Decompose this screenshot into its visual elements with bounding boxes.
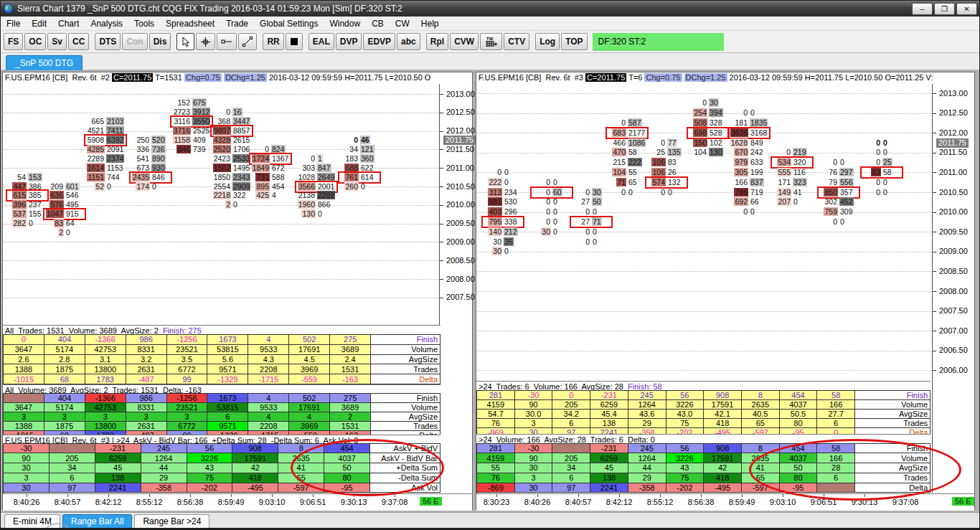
- menu-item-tools[interactable]: Tools: [128, 17, 160, 30]
- footprint-cell: 2750: [571, 197, 611, 207]
- app-icon: [4, 4, 14, 14]
- ask-volume: 0: [839, 158, 859, 167]
- toolbar-button-dvp[interactable]: DVP: [336, 33, 362, 50]
- minimize-button[interactable]: –: [912, 3, 933, 15]
- footprint-cell: 2771: [571, 217, 611, 227]
- footprint-chart[interactable]: 5415344738661538539623753715528202096016…: [4, 84, 438, 324]
- menu-item-cw[interactable]: CW: [390, 17, 415, 30]
- toolbar-button-con[interactable]: Con: [122, 33, 147, 50]
- footprint-cell: 300: [483, 247, 523, 256]
- table-cell: 3: [515, 473, 553, 483]
- table-cell: 5174: [44, 403, 85, 412]
- chartbook-tab-range-bar-24[interactable]: Range Bar >24: [134, 514, 209, 528]
- ask-volume: 0: [882, 188, 902, 197]
- menu-item-global-settings[interactable]: Global Settings: [254, 17, 324, 30]
- chartbook-tab-range-bar-all[interactable]: Range Bar All: [62, 514, 132, 528]
- table-cell: 42.1: [704, 410, 742, 419]
- footprint-cell: 2820: [7, 219, 47, 228]
- table-cell: 1264: [141, 453, 187, 463]
- chart-tab[interactable]: _SnP 500 DTG: [6, 55, 83, 70]
- table-cell: 166: [817, 400, 855, 410]
- bid-volume: 698: [688, 128, 707, 138]
- menu-item-help[interactable]: Help: [415, 17, 445, 30]
- bid-volume: 368: [212, 117, 231, 126]
- footprint-cell: 98078857: [212, 126, 252, 136]
- menu-item-analysis[interactable]: Analysis: [85, 17, 128, 30]
- time-tick: [701, 494, 702, 497]
- toolbar-button-oc[interactable]: OC: [24, 33, 46, 50]
- time-axis-label: 9:37:08: [382, 498, 408, 506]
- bid-volume: 636: [44, 191, 64, 200]
- price-axis[interactable]: 2013.002012.502012.002011.502011.002010.…: [440, 84, 473, 493]
- toolbar-button-edvp[interactable]: EDVP: [363, 33, 395, 50]
- menu-item-chart[interactable]: Chart: [52, 17, 85, 30]
- footprint-cell: 10626: [646, 168, 687, 177]
- menu-item-file[interactable]: File: [1, 17, 26, 30]
- time-axis-label: 8:40:26: [14, 498, 40, 506]
- table-cell: -202: [187, 483, 233, 493]
- toolbar-button-abc[interactable]: abc: [397, 33, 420, 50]
- toolbar-button-dts[interactable]: DTS: [95, 33, 121, 50]
- menu-item-edit[interactable]: Edit: [26, 17, 52, 30]
- table-cell: 30: [515, 483, 553, 493]
- horizontal-line-icon[interactable]: [217, 33, 237, 50]
- toolbar-button-rr[interactable]: RR: [263, 33, 283, 50]
- footprint-cell: 016: [212, 108, 252, 117]
- close-button[interactable]: ✕: [956, 3, 977, 15]
- toolbar-button-rpl[interactable]: Rpl: [426, 33, 448, 50]
- time-axis[interactable]: 8:40:268:40:578:42:128:55:128:56:388:59:…: [3, 493, 472, 511]
- table-title: All Trades: 1531 Volume: 3689 AvgSize: 2…: [3, 325, 440, 334]
- last-price-axis-highlight: 2011.75: [443, 136, 476, 145]
- price-axis-label: 2007.50: [446, 293, 475, 302]
- table-cell: 68: [44, 374, 85, 384]
- bid-volume: 731: [250, 173, 270, 182]
- footprint-cell: 688622: [339, 164, 380, 173]
- toolbar-button-sv[interactable]: Sv: [47, 33, 67, 50]
- crosshair-icon[interactable]: [196, 33, 215, 50]
- toolbar-button-cvw[interactable]: CVW: [450, 33, 479, 50]
- table-title: >24 Trades: 6 Volume: 166 AvgSize: 28 Fi…: [476, 381, 930, 390]
- toolbar-button-cc[interactable]: CC: [68, 33, 89, 50]
- toolbar-button-log[interactable]: Log: [535, 33, 560, 50]
- table-title-text: >24 Volume: 166 AvgSize: 28 Trades: 6 De…: [479, 435, 655, 443]
- tpo-grid-icon[interactable]: TW: [480, 33, 502, 50]
- ask-volume: 866: [317, 200, 336, 209]
- toolbar-button-dis[interactable]: Dis: [149, 33, 171, 50]
- bid-volume: 2435: [131, 173, 150, 182]
- table-cell: 75: [666, 473, 705, 483]
- toolbar-button-ctv[interactable]: CTV: [504, 33, 529, 50]
- footprint-chart[interactable]: 0022203132345815304032967953381402123035…: [477, 84, 931, 380]
- menu-item-window[interactable]: Window: [324, 17, 366, 30]
- table-cell: 97: [50, 483, 95, 493]
- change-value: DChg=1.25: [224, 73, 267, 82]
- last-price-axis-highlight: 2011.75: [936, 138, 969, 148]
- menu-item-cb[interactable]: CB: [366, 17, 390, 30]
- axis-tick: [933, 252, 936, 252]
- toolbar-button-fs[interactable]: FS: [4, 33, 23, 50]
- maximize-button[interactable]: ❐: [934, 3, 955, 15]
- title-bar[interactable]: Sierra Chart 1379 _SnP 500 DTG.cht CQG F…: [1, 1, 979, 16]
- pointer-icon[interactable]: [176, 33, 194, 50]
- table-cell: 3.1: [85, 355, 126, 365]
- footprint-cell: 140212: [483, 227, 523, 237]
- bid-volume: 4521: [85, 126, 105, 136]
- bid-volume: 140: [483, 227, 502, 237]
- bid-volume: 0: [339, 136, 359, 145]
- toolbar-button-eal[interactable]: EAL: [308, 33, 334, 50]
- table-cell: 3: [4, 412, 44, 422]
- chart-workspace: F.US.EPM16 [CB] Rev. 6t #2 C=2011.75 T=1…: [1, 70, 979, 512]
- price-axis[interactable]: 2013.002012.502012.002011.502011.002010.…: [933, 84, 974, 493]
- bid-volume: 27: [571, 197, 590, 207]
- ask-volume: 0: [628, 188, 647, 197]
- menu-item-trade[interactable]: Trade: [220, 17, 254, 30]
- ask-volume: 556: [839, 178, 859, 187]
- bid-volume: 0: [571, 207, 590, 217]
- bid-volume: 1047: [44, 209, 64, 219]
- square-icon[interactable]: [286, 33, 303, 50]
- trendline-icon[interactable]: [238, 33, 257, 50]
- toolbar-button-top[interactable]: TOP: [561, 33, 587, 50]
- menu-item-spreadsheet[interactable]: Spreadsheet: [160, 17, 220, 30]
- footprint-cell: 761614: [339, 173, 380, 182]
- table-cell: 30: [4, 483, 50, 493]
- table-cell: 29: [628, 473, 666, 483]
